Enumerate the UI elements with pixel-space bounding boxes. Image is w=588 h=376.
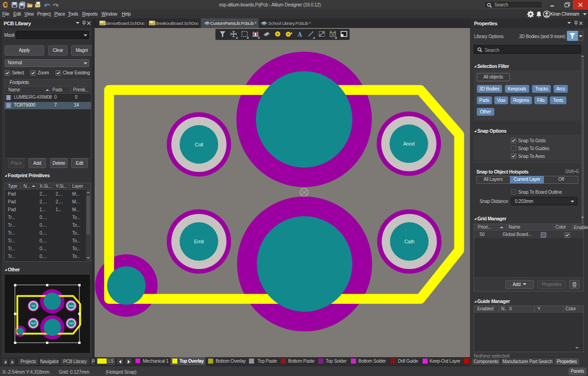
svg-text:Anod: Anod xyxy=(68,304,74,307)
svg-text:Anod: Anod xyxy=(403,141,415,146)
svg-text:10: 10 xyxy=(331,33,334,36)
svg-text:Emit: Emit xyxy=(194,239,204,244)
svg-text:Emit: Emit xyxy=(31,322,36,325)
svg-text:A: A xyxy=(298,31,303,38)
svg-text:Cath: Cath xyxy=(404,239,414,244)
svg-text:Coll: Coll xyxy=(195,142,203,147)
svg-text:Cath: Cath xyxy=(69,322,74,325)
svg-text:Coll: Coll xyxy=(32,304,35,307)
